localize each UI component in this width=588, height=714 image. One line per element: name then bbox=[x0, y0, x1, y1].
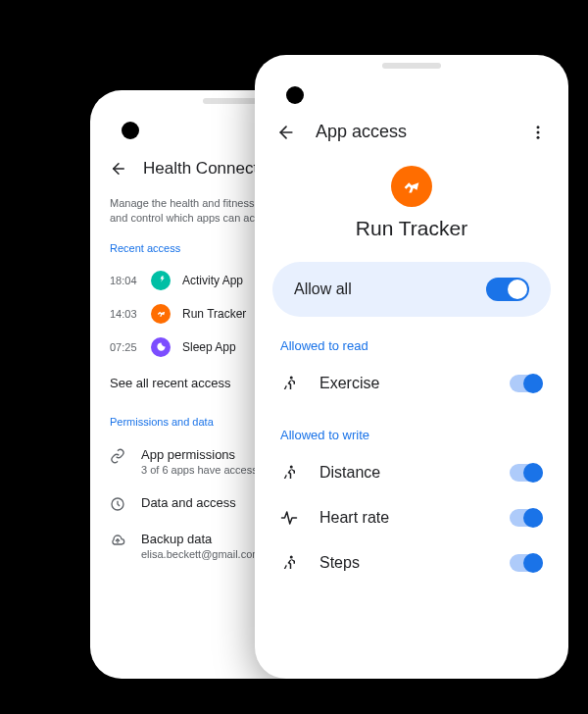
svg-point-7 bbox=[290, 466, 293, 469]
steps-toggle[interactable] bbox=[510, 554, 543, 572]
heart-rate-toggle[interactable] bbox=[510, 509, 543, 527]
running-icon bbox=[280, 464, 300, 482]
running-icon bbox=[280, 375, 300, 392]
recent-time: 07:25 bbox=[110, 341, 139, 353]
page-title: App access bbox=[316, 122, 407, 142]
speaker-slit bbox=[382, 63, 441, 69]
svg-point-8 bbox=[290, 556, 293, 559]
recent-app-name: Run Tracker bbox=[182, 307, 246, 321]
sleep-app-icon bbox=[151, 337, 171, 357]
camera-hole bbox=[286, 86, 304, 104]
perm-label: Backup data bbox=[141, 532, 261, 546]
page-title: Health Connect bbox=[143, 159, 258, 178]
app-name: Run Tracker bbox=[356, 217, 467, 240]
perm-label: Data and access bbox=[141, 495, 236, 510]
front-header: App access bbox=[255, 110, 568, 154]
perm-label: Heart rate bbox=[319, 509, 389, 527]
allow-all-label: Allow all bbox=[294, 280, 352, 298]
camera-hole bbox=[122, 122, 139, 139]
recent-time: 14:03 bbox=[110, 308, 139, 320]
pulse-icon bbox=[280, 509, 300, 527]
svg-point-5 bbox=[537, 135, 540, 138]
perm-label: Distance bbox=[319, 464, 380, 482]
perm-row-exercise[interactable]: Exercise bbox=[255, 361, 568, 406]
perm-label: Steps bbox=[319, 554, 360, 572]
recent-app-name: Sleep App bbox=[182, 340, 236, 354]
data-icon bbox=[110, 495, 127, 512]
perm-label: App permissions bbox=[141, 447, 258, 462]
allow-all-toggle[interactable] bbox=[486, 278, 529, 301]
back-arrow-icon[interactable] bbox=[276, 123, 296, 142]
app-access-screen: App access Run Tracker Allow all Allowed… bbox=[255, 55, 568, 586]
recent-time: 18:04 bbox=[110, 275, 139, 286]
run-tracker-icon bbox=[391, 166, 432, 207]
phone-front: App access Run Tracker Allow all Allowed… bbox=[255, 55, 568, 679]
perm-sub: 3 of 6 apps have access bbox=[141, 464, 258, 476]
perm-row-heart-rate[interactable]: Heart rate bbox=[255, 495, 568, 540]
perm-label: Exercise bbox=[319, 375, 379, 392]
app-brand: Run Tracker bbox=[255, 154, 568, 262]
allowed-write-header: Allowed to write bbox=[255, 406, 568, 450]
svg-point-3 bbox=[537, 126, 540, 128]
running-icon bbox=[280, 554, 300, 572]
cloud-icon bbox=[110, 532, 127, 548]
perm-sub: elisa.beckett@gmail.com bbox=[141, 548, 261, 560]
svg-point-4 bbox=[537, 130, 540, 133]
exercise-toggle[interactable] bbox=[510, 375, 543, 392]
more-vertical-icon[interactable] bbox=[529, 124, 547, 141]
perm-row-distance[interactable]: Distance bbox=[255, 450, 568, 495]
allowed-read-header: Allowed to read bbox=[255, 317, 568, 361]
allow-all-row[interactable]: Allow all bbox=[272, 262, 551, 317]
distance-toggle[interactable] bbox=[510, 464, 543, 482]
back-arrow-icon[interactable] bbox=[110, 160, 127, 178]
activity-app-icon bbox=[151, 271, 171, 290]
speaker-slit bbox=[203, 98, 262, 104]
link-icon bbox=[110, 447, 127, 464]
svg-point-6 bbox=[290, 377, 293, 380]
perm-row-steps[interactable]: Steps bbox=[255, 540, 568, 586]
recent-app-name: Activity App bbox=[182, 274, 243, 287]
run-tracker-icon bbox=[151, 304, 171, 324]
